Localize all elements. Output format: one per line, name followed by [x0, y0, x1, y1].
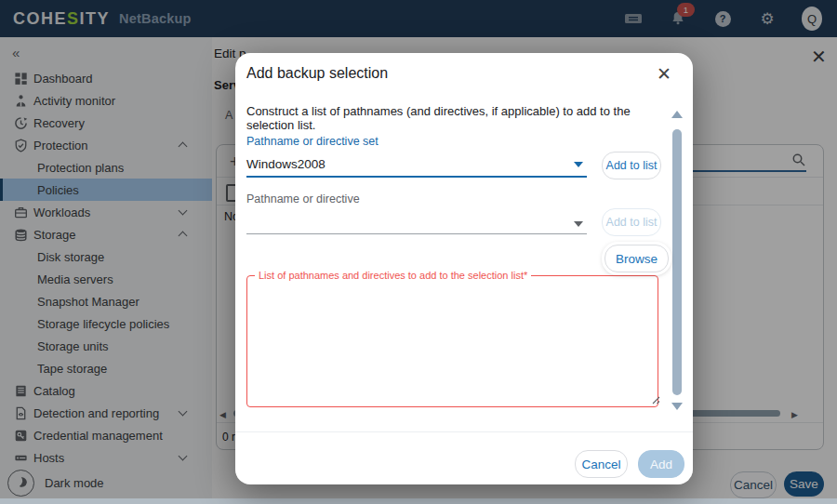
app-window: COHESITY NetBackup 1 ? ⚙ Q « DashboardAc… — [0, 0, 837, 504]
add-to-list-button-set[interactable]: Add to list — [602, 152, 661, 179]
add-backup-selection-dialog: Add backup selection ✕ Construct a list … — [235, 53, 693, 484]
dialog-title: Add backup selection — [246, 65, 388, 82]
pathname-dropdown-icon[interactable] — [574, 221, 583, 227]
selection-list-legend: List of pathnames and directives to add … — [255, 270, 531, 281]
modal-scroll-up-icon[interactable] — [671, 111, 683, 118]
bottom-strip — [0, 498, 837, 504]
dialog-description: Construct a list of pathnames (and direc… — [246, 104, 656, 132]
modal-scrollbar-thumb[interactable] — [672, 129, 682, 395]
selection-list-textarea[interactable]: List of pathnames and directives to add … — [246, 270, 658, 407]
add-to-list-button-pathname: Add to list — [602, 208, 661, 236]
modal-scroll-down-icon[interactable] — [671, 403, 683, 410]
footer-divider — [235, 431, 693, 432]
dialog-close-icon[interactable]: ✕ — [657, 63, 671, 85]
pathname-set-select[interactable] — [246, 176, 587, 178]
resize-handle-icon[interactable] — [651, 395, 660, 405]
pathname-label: Pathname or directive — [246, 192, 360, 206]
browse-button[interactable]: Browse — [604, 245, 669, 272]
pathname-set-dropdown-icon[interactable] — [574, 162, 583, 167]
dialog-cancel-button[interactable]: Cancel — [575, 450, 628, 478]
dialog-add-button: Add — [638, 450, 684, 478]
pathname-set-label: Pathname or directive set — [246, 135, 379, 148]
pathname-set-value[interactable]: Windows2008 — [246, 157, 326, 171]
pathname-input[interactable] — [246, 233, 587, 234]
